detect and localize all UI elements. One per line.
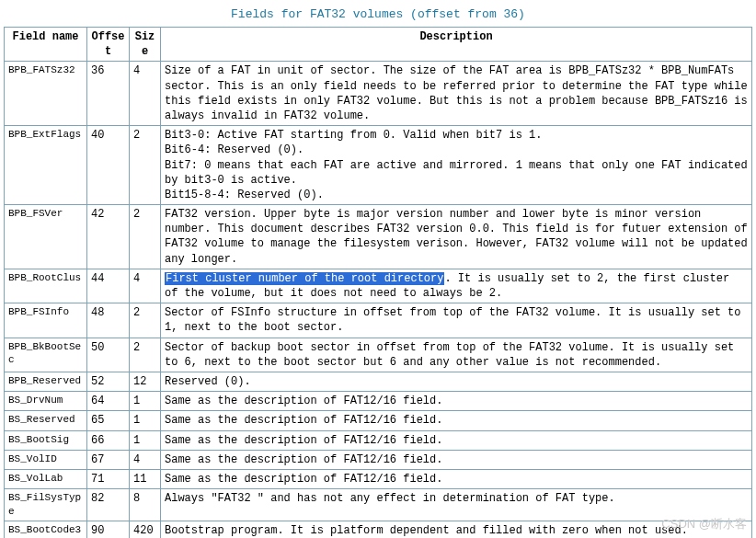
cell-description: Same as the description of FAT12/16 fiel… bbox=[161, 430, 752, 450]
cell-description: Same as the description of FAT12/16 fiel… bbox=[161, 450, 752, 469]
table-row: BS_Reserved651Same as the description of… bbox=[5, 411, 752, 430]
cell-field-name: BPB_RootClus bbox=[5, 269, 87, 303]
header-offset: Offset bbox=[87, 28, 130, 62]
table-row: BPB_ExtFlags402Bit3-0: Active FAT starti… bbox=[5, 126, 752, 205]
cell-field-name: BS_BootCode32 bbox=[5, 521, 87, 538]
cell-size: 2 bbox=[130, 205, 161, 269]
cell-size: 2 bbox=[130, 338, 161, 372]
cell-size: 2 bbox=[130, 126, 161, 205]
table-row: BS_VolLab7111Same as the description of … bbox=[5, 469, 752, 488]
cell-offset: 44 bbox=[87, 269, 130, 303]
table-header-row: Field name Offset Size Description bbox=[5, 28, 752, 62]
table-row: BS_FilSysType828Always "FAT32 " and has … bbox=[5, 489, 752, 521]
header-description: Description bbox=[161, 28, 752, 62]
cell-offset: 71 bbox=[87, 469, 130, 488]
cell-description: Same as the description of FAT12/16 fiel… bbox=[161, 469, 752, 488]
cell-description: Always "FAT32 " and has not any effect i… bbox=[161, 489, 752, 521]
cell-offset: 64 bbox=[87, 392, 130, 411]
header-field-name: Field name bbox=[5, 28, 87, 62]
cell-size: 12 bbox=[130, 372, 161, 391]
cell-description: Reserved (0). bbox=[161, 372, 752, 391]
table-row: BS_BootSig661Same as the description of … bbox=[5, 430, 752, 450]
cell-size: 1 bbox=[130, 430, 161, 450]
cell-description: Same as the description of FAT12/16 fiel… bbox=[161, 411, 752, 430]
cell-offset: 66 bbox=[87, 430, 130, 450]
table-row: BPB_FATSz32364Size of a FAT in unit of s… bbox=[5, 62, 752, 126]
cell-size: 4 bbox=[130, 269, 161, 303]
cell-offset: 36 bbox=[87, 62, 130, 126]
cell-size: 8 bbox=[130, 489, 161, 521]
cell-description: Size of a FAT in unit of sector. The siz… bbox=[161, 62, 752, 126]
table-row: BPB_FSVer422FAT32 version. Upper byte is… bbox=[5, 205, 752, 269]
highlighted-text: First cluster number of the root directo… bbox=[165, 272, 444, 285]
cell-size: 1 bbox=[130, 392, 161, 411]
cell-offset: 48 bbox=[87, 303, 130, 338]
cell-field-name: BS_DrvNum bbox=[5, 392, 87, 411]
cell-field-name: BS_Reserved bbox=[5, 411, 87, 430]
cell-field-name: BS_FilSysType bbox=[5, 489, 87, 521]
cell-description: Sector of backup boot sector in offset f… bbox=[161, 338, 752, 372]
table-row: BS_BootCode3290420Bootstrap program. It … bbox=[5, 521, 752, 538]
table-row: BS_DrvNum641Same as the description of F… bbox=[5, 392, 752, 411]
cell-size: 4 bbox=[130, 450, 161, 469]
cell-offset: 42 bbox=[87, 205, 130, 269]
cell-offset: 90 bbox=[87, 521, 130, 538]
cell-offset: 82 bbox=[87, 489, 130, 521]
cell-field-name: BS_VolID bbox=[5, 450, 87, 469]
cell-offset: 65 bbox=[87, 411, 130, 430]
cell-offset: 67 bbox=[87, 450, 130, 469]
table-row: BPB_FSInfo482Sector of FSInfo structure … bbox=[5, 303, 752, 338]
cell-description: FAT32 version. Upper byte is major versi… bbox=[161, 205, 752, 269]
cell-offset: 50 bbox=[87, 338, 130, 372]
cell-field-name: BPB_FSVer bbox=[5, 205, 87, 269]
header-size: Size bbox=[130, 28, 161, 62]
cell-field-name: BPB_BkBootSec bbox=[5, 338, 87, 372]
table-row: BPB_BkBootSec502Sector of backup boot se… bbox=[5, 338, 752, 372]
cell-size: 420 bbox=[130, 521, 161, 538]
table-row: BPB_Reserved5212Reserved (0). bbox=[5, 372, 752, 391]
cell-field-name: BPB_ExtFlags bbox=[5, 126, 87, 205]
cell-field-name: BS_VolLab bbox=[5, 469, 87, 488]
cell-field-name: BS_BootSig bbox=[5, 430, 87, 450]
cell-description: Same as the description of FAT12/16 fiel… bbox=[161, 392, 752, 411]
cell-field-name: BPB_Reserved bbox=[5, 372, 87, 391]
cell-offset: 40 bbox=[87, 126, 130, 205]
table-row: BPB_RootClus444First cluster number of t… bbox=[5, 269, 752, 303]
cell-size: 1 bbox=[130, 411, 161, 430]
cell-field-name: BPB_FATSz32 bbox=[5, 62, 87, 126]
table-row: BS_VolID674Same as the description of FA… bbox=[5, 450, 752, 469]
table-title: Fields for FAT32 volumes (offset from 36… bbox=[4, 4, 752, 27]
cell-description: Bootstrap program. It is platform depend… bbox=[161, 521, 752, 538]
cell-size: 2 bbox=[130, 303, 161, 338]
cell-field-name: BPB_FSInfo bbox=[5, 303, 87, 338]
cell-offset: 52 bbox=[87, 372, 130, 391]
cell-description: Bit3-0: Active FAT starting from 0. Vali… bbox=[161, 126, 752, 205]
cell-size: 4 bbox=[130, 62, 161, 126]
fat32-fields-table: Field name Offset Size Description BPB_F… bbox=[4, 27, 752, 538]
cell-size: 11 bbox=[130, 469, 161, 488]
cell-description: Sector of FSInfo structure in offset fro… bbox=[161, 303, 752, 338]
cell-description: First cluster number of the root directo… bbox=[161, 269, 752, 303]
